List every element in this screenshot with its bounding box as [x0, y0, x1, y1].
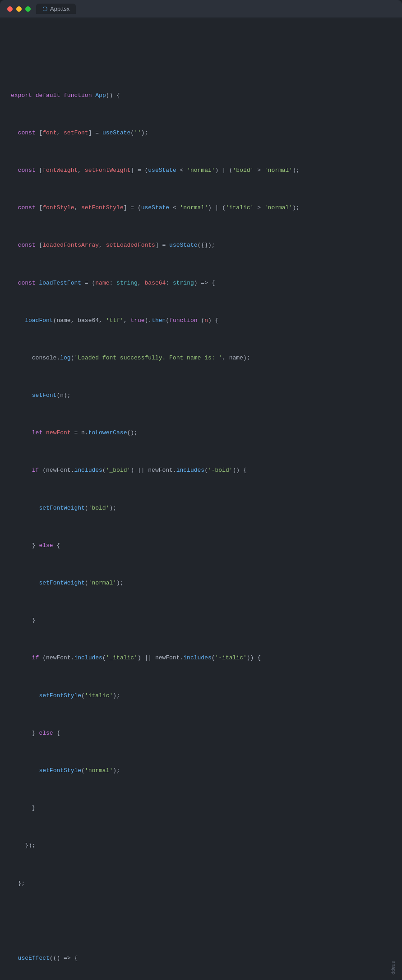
code-line: const loadTestFont = (name: string, base… — [0, 279, 402, 288]
code-line: const [fontStyle, setFontStyle] = (useSt… — [0, 203, 402, 213]
code-line: setFontStyle('normal'); — [0, 766, 402, 776]
code-line: }); — [0, 841, 402, 851]
code-line: if (newFont.includes('_bold') || newFont… — [0, 466, 402, 475]
code-line: const [font, setFont] = useState(''); — [0, 129, 402, 138]
code-line: } — [0, 616, 402, 626]
code-line: if (newFont.includes('_italic') || newFo… — [0, 653, 402, 663]
code-line: setFontWeight('bold'); — [0, 504, 402, 513]
code-line: }; — [0, 879, 402, 888]
code-line: export default function App() { — [0, 91, 402, 101]
close-button[interactable] — [7, 6, 13, 12]
code-line: } else { — [0, 729, 402, 738]
code-editor: export default function App() { const [f… — [0, 18, 402, 980]
code-line: useEffect(() => { — [0, 954, 402, 963]
titlebar: ⬡ App.tsx — [0, 0, 402, 18]
code-line: console.log('Loaded font successfully. F… — [0, 354, 402, 363]
file-tab[interactable]: ⬡ App.tsx — [36, 4, 76, 14]
traffic-lights — [7, 6, 31, 12]
maximize-button[interactable] — [25, 6, 31, 12]
code-line: } — [0, 804, 402, 813]
code-line — [0, 916, 402, 926]
code-line: } else { — [0, 541, 402, 551]
code-line: const [loadedFontsArray, setLoadedFonts]… — [0, 241, 402, 250]
window: ⬡ App.tsx export default function App() … — [0, 0, 402, 980]
code-line: setFontStyle('italic'); — [0, 691, 402, 701]
code-line: let newFont = n.toLowerCase(); — [0, 428, 402, 438]
code-line — [0, 53, 402, 63]
watermark: snapp — [391, 961, 397, 975]
code-line: const [fontWeight, setFontWeight] = (use… — [0, 166, 402, 175]
minimize-button[interactable] — [16, 6, 22, 12]
code-line: loadFont(name, base64, 'ttf', true).then… — [0, 316, 402, 326]
code-line: setFontWeight('normal'); — [0, 579, 402, 588]
tab-label: App.tsx — [50, 5, 69, 12]
code-line: setFont(n); — [0, 391, 402, 400]
file-icon: ⬡ — [42, 5, 47, 12]
